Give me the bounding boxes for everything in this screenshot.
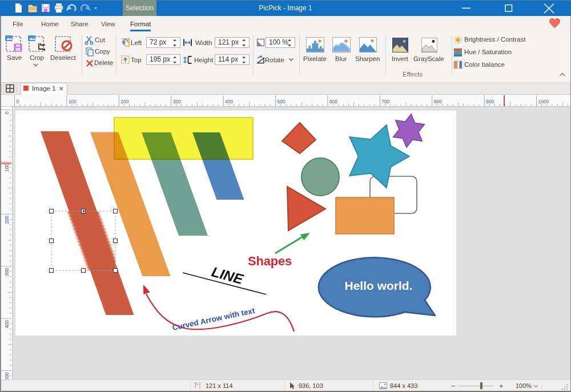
svg-text:200: 200	[120, 99, 128, 104]
svg-text:100: 100	[69, 99, 77, 104]
svg-text:1000: 1000	[538, 99, 549, 104]
svg-text:400: 400	[4, 320, 10, 328]
svg-text:600: 600	[329, 99, 337, 104]
svg-text:LINE: LINE	[210, 264, 246, 288]
svg-text:Shapes: Shapes	[248, 254, 292, 268]
svg-text:0: 0	[17, 99, 19, 104]
svg-text:300: 300	[4, 268, 10, 276]
svg-text:500: 500	[278, 99, 286, 104]
svg-text:Hello world.: Hello world.	[344, 279, 412, 292]
svg-text:800: 800	[434, 99, 442, 104]
svg-text:200: 200	[4, 216, 10, 224]
svg-text:700: 700	[381, 99, 389, 104]
svg-text:400: 400	[225, 99, 233, 104]
svg-text:300: 300	[173, 99, 181, 104]
svg-text:100: 100	[4, 164, 10, 172]
svg-text:0: 0	[4, 111, 10, 114]
svg-text:500: 500	[4, 372, 10, 379]
svg-text:900: 900	[486, 99, 494, 104]
